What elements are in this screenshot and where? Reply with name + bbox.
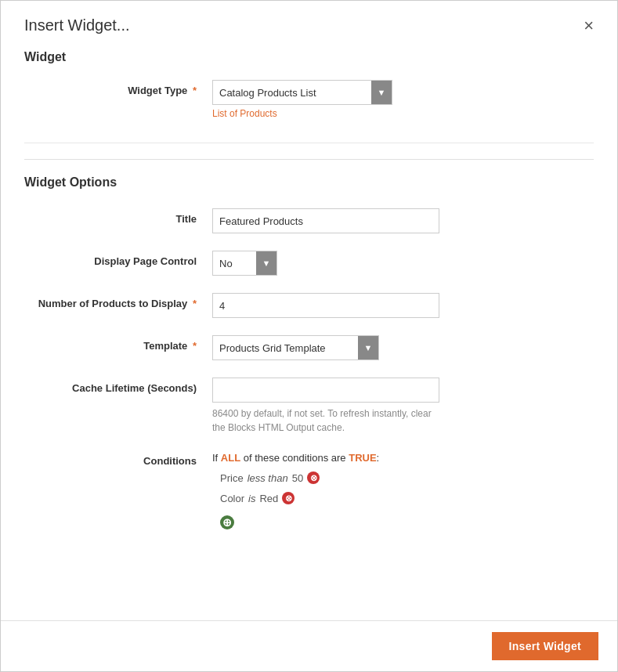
insert-widget-dialog: Insert Widget... × Widget Widget Type * …: [0, 0, 618, 672]
dialog-title: Insert Widget...: [24, 16, 130, 34]
conditions-all[interactable]: ALL: [221, 452, 240, 464]
dialog-footer: Insert Widget: [1, 620, 617, 671]
widget-type-row: Widget Type * Catalog Products List Cata…: [24, 80, 594, 119]
condition-color-remove-icon[interactable]: ⊗: [282, 492, 295, 504]
conditions-suffix: :: [377, 452, 380, 464]
cache-lifetime-label: Cache Lifetime (Seconds): [24, 378, 212, 394]
display-page-control-row: Display Page Control No Yes ▼: [24, 251, 594, 276]
cache-lifetime-hint: 86400 by default, if not set. To refresh…: [212, 406, 439, 435]
condition-price-remove-icon[interactable]: ⊗: [307, 471, 320, 484]
template-row: Template * Products Grid Template Produc…: [24, 335, 594, 360]
widget-type-select-wrapper: Catalog Products List Catalog Products F…: [212, 80, 392, 105]
cache-lifetime-control: 86400 by default, if not set. To refresh…: [212, 378, 594, 435]
title-input[interactable]: [212, 208, 439, 233]
condition-price-operator[interactable]: less than: [248, 472, 288, 484]
cache-lifetime-row: Cache Lifetime (Seconds) 86400 by defaul…: [24, 378, 594, 435]
widget-type-label: Widget Type *: [24, 80, 212, 96]
insert-widget-button[interactable]: Insert Widget: [492, 632, 598, 660]
close-button[interactable]: ×: [584, 17, 594, 34]
add-condition-icon[interactable]: ⊕: [220, 515, 234, 529]
template-label: Template *: [24, 335, 212, 352]
condition-color-value[interactable]: Red: [259, 493, 278, 504]
conditions-header: If ALL of these conditions are TRUE:: [212, 452, 594, 464]
widget-section-title: Widget: [24, 50, 594, 64]
num-products-label: Number of Products to Display *: [24, 293, 212, 309]
conditions-if: If: [212, 452, 218, 464]
display-page-control-control: No Yes ▼: [212, 251, 594, 276]
num-products-required: *: [190, 298, 197, 309]
widget-type-dropdown-arrow[interactable]: ▼: [371, 81, 392, 104]
condition-item-price: Price less than 50 ⊗: [212, 471, 594, 484]
widget-options-title: Widget Options: [24, 159, 594, 190]
widget-type-required: *: [190, 85, 197, 96]
template-select[interactable]: Products Grid Template Products List Tem…: [213, 336, 358, 359]
display-page-control-select[interactable]: No Yes: [213, 251, 256, 275]
widget-type-select[interactable]: Catalog Products List Catalog Products F…: [213, 81, 371, 104]
dialog-header: Insert Widget... ×: [24, 16, 594, 34]
conditions-row: Conditions If ALL of these conditions ar…: [24, 452, 594, 529]
condition-color-operator[interactable]: is: [248, 493, 255, 504]
section-divider: [24, 143, 594, 143]
add-condition-wrap: ⊕: [212, 512, 594, 529]
title-row: Title: [24, 208, 594, 233]
widget-type-hint: List of Products: [212, 108, 594, 119]
template-select-wrapper: Products Grid Template Products List Tem…: [212, 335, 379, 360]
num-products-row: Number of Products to Display *: [24, 293, 594, 318]
conditions-mid: of these conditions are: [240, 452, 345, 464]
conditions-true[interactable]: TRUE: [349, 452, 376, 464]
condition-item-color: Color is Red ⊗: [212, 492, 594, 504]
title-label: Title: [24, 208, 212, 225]
display-page-control-label: Display Page Control: [24, 251, 212, 267]
conditions-content: If ALL of these conditions are TRUE: Pri…: [212, 452, 594, 529]
widget-options-section: Widget Options Title Display Page Contro…: [24, 159, 594, 529]
template-control: Products Grid Template Products List Tem…: [212, 335, 594, 360]
condition-price-value[interactable]: 50: [292, 472, 303, 484]
condition-price-field[interactable]: Price: [220, 472, 244, 484]
condition-color-field[interactable]: Color: [220, 493, 244, 504]
cache-lifetime-input[interactable]: [212, 378, 439, 403]
title-control: [212, 208, 594, 233]
display-page-control-dropdown-arrow[interactable]: ▼: [256, 251, 276, 275]
template-required: *: [190, 340, 197, 352]
num-products-input[interactable]: [212, 293, 439, 318]
num-products-control: [212, 293, 594, 318]
template-dropdown-arrow[interactable]: ▼: [358, 336, 378, 359]
widget-section: Widget Widget Type * Catalog Products Li…: [24, 50, 594, 119]
conditions-label: Conditions: [24, 452, 212, 467]
widget-type-control: Catalog Products List Catalog Products F…: [212, 80, 594, 119]
display-page-control-select-wrapper: No Yes ▼: [212, 251, 277, 276]
